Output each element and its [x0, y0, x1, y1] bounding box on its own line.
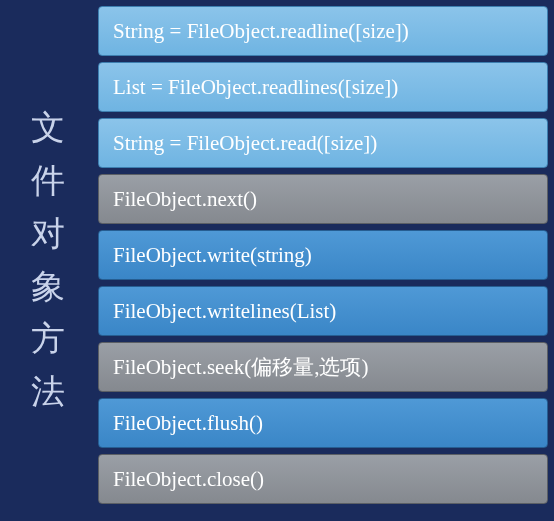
title-char: 对: [31, 215, 67, 252]
title-char: 象: [31, 268, 67, 305]
title-char: 文: [31, 109, 67, 146]
method-label: String = FileObject.read([size]): [113, 131, 377, 156]
list-item: FileObject.seek(偏移量,选项): [98, 342, 548, 392]
title-char: 方: [31, 320, 67, 357]
method-label: String = FileObject.readline([size]): [113, 19, 409, 44]
sidebar-title: 文 件 对 象 方 法: [31, 102, 67, 418]
method-label: FileObject.flush(): [113, 411, 263, 436]
sidebar: 文 件 对 象 方 法: [0, 0, 98, 521]
method-label: FileObject.writelines(List): [113, 299, 336, 324]
method-label: FileObject.next(): [113, 187, 257, 212]
list-item: FileObject.close(): [98, 454, 548, 504]
method-label: FileObject.seek(偏移量,选项): [113, 353, 368, 381]
list-item: FileObject.next(): [98, 174, 548, 224]
method-list: String = FileObject.readline([size]) Lis…: [98, 0, 554, 521]
list-item: String = FileObject.readline([size]): [98, 6, 548, 56]
title-char: 件: [31, 162, 67, 199]
list-item: FileObject.write(string): [98, 230, 548, 280]
list-item: String = FileObject.read([size]): [98, 118, 548, 168]
list-item: FileObject.writelines(List): [98, 286, 548, 336]
method-label: FileObject.close(): [113, 467, 264, 492]
list-item: FileObject.flush(): [98, 398, 548, 448]
method-label: FileObject.write(string): [113, 243, 312, 268]
list-item: List = FileObject.readlines([size]): [98, 62, 548, 112]
title-char: 法: [31, 373, 67, 410]
method-label: List = FileObject.readlines([size]): [113, 75, 398, 100]
